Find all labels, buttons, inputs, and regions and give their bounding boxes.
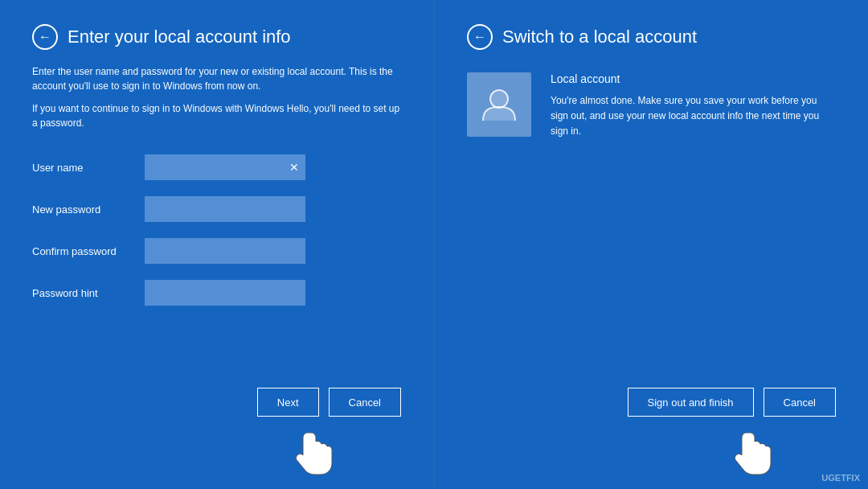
right-panel-title: Switch to a local account bbox=[502, 27, 697, 47]
account-info-row: Local account You're almost done. Make s… bbox=[467, 72, 836, 140]
password-hint-input[interactable] bbox=[145, 280, 305, 306]
confirm-password-input[interactable] bbox=[145, 238, 305, 264]
new-password-group: New password bbox=[32, 196, 401, 222]
left-back-button[interactable]: ← bbox=[32, 24, 58, 50]
left-desc-2: If you want to continue to sign in to Wi… bbox=[32, 101, 401, 130]
right-title-row: ← Switch to a local account bbox=[467, 24, 836, 50]
account-description: You're almost done. Make sure you save y… bbox=[551, 93, 836, 140]
password-hint-input-wrapper bbox=[145, 280, 305, 306]
left-buttons-row: Next Cancel bbox=[32, 388, 401, 465]
right-cancel-button[interactable]: Cancel bbox=[764, 388, 836, 417]
new-password-input-wrapper bbox=[145, 196, 305, 222]
svg-point-0 bbox=[490, 90, 508, 108]
new-password-input[interactable] bbox=[145, 196, 305, 222]
right-buttons-row: Sign out and finish Cancel bbox=[467, 388, 836, 465]
user-avatar-icon bbox=[479, 84, 519, 125]
watermark: UGETFIX bbox=[821, 473, 860, 483]
confirm-password-input-wrapper bbox=[145, 238, 305, 264]
account-text: Local account You're almost done. Make s… bbox=[551, 72, 836, 140]
right-back-icon: ← bbox=[473, 30, 486, 44]
username-group: User name ✕ bbox=[32, 154, 401, 180]
confirm-password-group: Confirm password bbox=[32, 238, 401, 264]
right-panel: ← Switch to a local account Local accoun… bbox=[435, 0, 868, 489]
avatar bbox=[467, 72, 531, 137]
username-input[interactable] bbox=[145, 154, 305, 180]
right-back-button[interactable]: ← bbox=[467, 24, 493, 50]
password-hint-label: Password hint bbox=[32, 287, 145, 299]
new-password-label: New password bbox=[32, 203, 145, 216]
left-cancel-button[interactable]: Cancel bbox=[329, 388, 401, 417]
password-hint-group: Password hint bbox=[32, 280, 401, 306]
confirm-password-label: Confirm password bbox=[32, 245, 145, 257]
left-desc-1: Enter the user name and password for you… bbox=[32, 64, 401, 93]
account-type-label: Local account bbox=[551, 72, 836, 85]
left-title-row: ← Enter your local account info bbox=[32, 24, 401, 50]
left-panel: ← Enter your local account info Enter th… bbox=[0, 0, 435, 489]
username-input-wrapper: ✕ bbox=[145, 154, 305, 180]
left-back-icon: ← bbox=[39, 30, 51, 44]
username-label: User name bbox=[32, 162, 145, 174]
left-panel-title: Enter your local account info bbox=[68, 27, 291, 47]
next-button[interactable]: Next bbox=[257, 388, 319, 417]
username-clear-button[interactable]: ✕ bbox=[286, 159, 302, 175]
sign-out-finish-button[interactable]: Sign out and finish bbox=[628, 388, 754, 417]
